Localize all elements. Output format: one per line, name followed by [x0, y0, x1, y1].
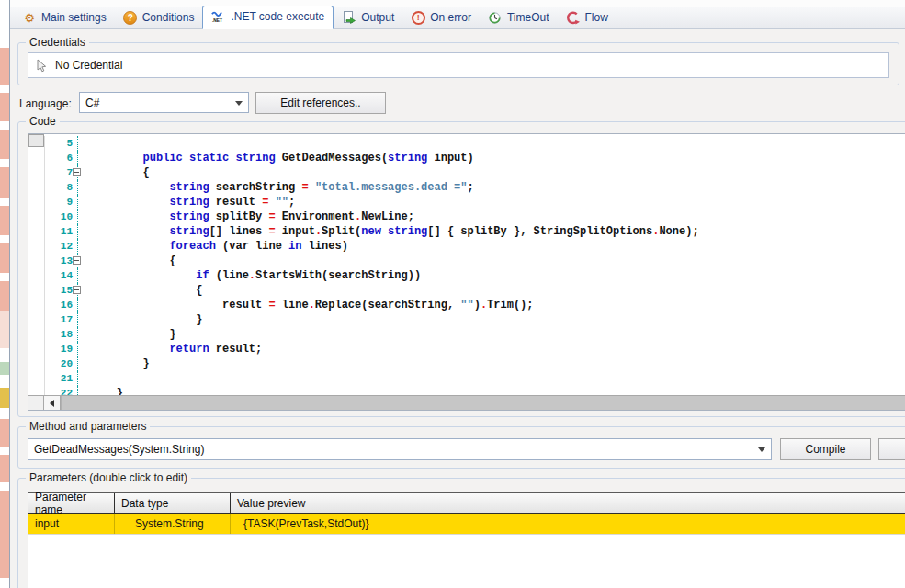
- code-text: result = line.Replace(searchString, "").…: [78, 298, 534, 312]
- language-combo[interactable]: C#: [79, 92, 249, 113]
- strip-segment: [0, 235, 9, 243]
- strip-segment: [0, 375, 9, 388]
- dialog-top-strip: [10, 0, 905, 7]
- tab-timeout[interactable]: TimeOut: [480, 7, 558, 28]
- code-line[interactable]: 9 string result = "";: [28, 195, 905, 209]
- tab-flow[interactable]: Flow: [558, 7, 617, 28]
- column-header-value-preview[interactable]: Value preview: [231, 493, 905, 514]
- code-line[interactable]: 16 result = line.Replace(searchString, "…: [28, 298, 905, 312]
- editor-left-margin: [28, 371, 45, 386]
- fold-marker-icon[interactable]: [73, 286, 81, 294]
- code-line[interactable]: 5: [28, 136, 905, 151]
- strip-segment: [0, 388, 9, 408]
- tab-conditions[interactable]: ?Conditions: [115, 7, 203, 28]
- strip-segment: [0, 130, 9, 159]
- editor-left-margin: [28, 195, 45, 209]
- code-line[interactable]: 15 {: [28, 283, 905, 298]
- line-number: 18: [45, 327, 78, 342]
- code-line[interactable]: 11 string[] lines = input.Split(new stri…: [28, 224, 905, 239]
- gear-icon: ⚙: [22, 10, 37, 25]
- strip-segment: [0, 93, 9, 121]
- line-number: 11: [45, 224, 78, 239]
- strip-segment: [0, 348, 9, 362]
- parameters-group: Parameters (double click to edit) Parame…: [17, 478, 905, 588]
- code-line[interactable]: 21: [28, 371, 905, 386]
- method-selected-value: GetDeadMessages(System.String): [34, 443, 204, 456]
- code-line[interactable]: 7 {: [28, 165, 905, 180]
- strip-segment: [0, 491, 9, 578]
- tab-on-error[interactable]: !On error: [402, 7, 480, 28]
- strip-segment: [0, 206, 9, 235]
- credential-field[interactable]: No Credential: [28, 52, 889, 78]
- tab-main-settings[interactable]: ⚙Main settings: [14, 7, 115, 28]
- code-text: foreach (var line in lines): [78, 239, 348, 254]
- parameter-name-cell[interactable]: input: [28, 514, 115, 534]
- edit-references-button[interactable]: Edit references..: [255, 92, 386, 114]
- method-combo[interactable]: GetDeadMessages(System.String): [28, 438, 772, 460]
- tab-output[interactable]: Output: [334, 7, 402, 28]
- code-line[interactable]: 20 }: [28, 356, 905, 371]
- code-editor[interactable]: 56 public static string GetDeadMessages(…: [28, 133, 905, 411]
- editor-left-margin: [28, 239, 45, 254]
- tab-net-code-execute[interactable]: .NET.NET code execute: [202, 6, 334, 29]
- column-header-data-type[interactable]: Data type: [115, 493, 231, 514]
- strip-segment: [0, 408, 9, 419]
- strip-segment: [0, 48, 9, 85]
- question-icon: ?: [123, 10, 138, 25]
- chevron-down-icon[interactable]: [235, 101, 243, 106]
- fold-marker-icon[interactable]: [73, 256, 81, 265]
- tab-label: Flow: [585, 11, 608, 24]
- scrollbar-track[interactable]: [61, 396, 905, 410]
- method-group-label: Method and parameters: [26, 420, 150, 433]
- code-lines: 56 public static string GetDeadMessages(…: [28, 136, 905, 396]
- credentials-group-label: Credentials: [26, 36, 89, 49]
- code-text: string[] lines = input.Split(new string[…: [78, 224, 699, 239]
- code-text: {: [78, 254, 176, 268]
- editor-left-margin: [28, 224, 45, 239]
- compile-button[interactable]: Compile: [780, 438, 871, 460]
- editor-left-margin: [28, 312, 45, 327]
- code-text: }: [78, 312, 202, 327]
- fold-marker-icon[interactable]: [73, 168, 81, 176]
- code-line[interactable]: 8 string searchString = "total.messages.…: [28, 180, 905, 195]
- code-text: [78, 136, 90, 151]
- code-line[interactable]: 13 {: [28, 254, 905, 268]
- scroll-left-button[interactable]: [44, 396, 61, 410]
- tab-label: On error: [430, 11, 471, 24]
- code-text: string splitBy = Environment.NewLine;: [78, 209, 414, 224]
- method-group: Method and parameters GetDeadMessages(Sy…: [17, 426, 905, 469]
- parameter-row[interactable]: inputSystem.String{TASK(PrevTask,StdOut)…: [28, 514, 905, 535]
- h-scrollbar[interactable]: [28, 395, 905, 410]
- line-number: 8: [45, 180, 78, 195]
- code-line[interactable]: 17 }: [28, 312, 905, 327]
- background-window-strip: [0, 0, 9, 588]
- code-line[interactable]: 10 string splitBy = Environment.NewLine;: [28, 209, 905, 224]
- code-line[interactable]: 18 }: [28, 327, 905, 342]
- editor-left-margin: [28, 165, 45, 180]
- code-line[interactable]: 6 public static string GetDeadMessages(s…: [28, 151, 905, 165]
- parameters-table-body: inputSystem.String{TASK(PrevTask,StdOut)…: [28, 514, 905, 535]
- error-icon: !: [411, 10, 425, 25]
- code-line[interactable]: 12 foreach (var line in lines): [28, 239, 905, 254]
- code-text: return result;: [78, 342, 262, 356]
- net-code-execute-dialog: ⚙Main settings?Conditions.NET.NET code e…: [0, 0, 905, 588]
- strip-segment: [0, 159, 9, 167]
- chevron-down-icon[interactable]: [758, 447, 765, 452]
- code-group: Code 56 public static string GetDeadMess…: [17, 121, 905, 417]
- line-number: 12: [45, 239, 78, 254]
- refresh-button[interactable]: Refr: [878, 438, 905, 460]
- strip-segment: [0, 198, 9, 206]
- code-line[interactable]: 14 if (line.StartsWith(searchString)): [28, 268, 905, 283]
- column-header-parameter-name[interactable]: Parameter name: [28, 493, 115, 514]
- data-type-cell[interactable]: System.String: [115, 514, 231, 534]
- code-line[interactable]: 19 return result;: [28, 342, 905, 356]
- line-number: 10: [45, 209, 78, 224]
- strip-segment: [0, 419, 9, 447]
- strip-segment: [0, 362, 9, 375]
- strip-segment: [0, 281, 9, 311]
- value-preview-cell[interactable]: {TASK(PrevTask,StdOut)}: [231, 514, 905, 534]
- line-number: 17: [45, 312, 78, 327]
- parameters-table-header: Parameter nameData typeValue preview: [28, 493, 905, 514]
- parameters-table[interactable]: Parameter nameData typeValue preview inp…: [28, 492, 905, 588]
- language-value: C#: [85, 96, 99, 109]
